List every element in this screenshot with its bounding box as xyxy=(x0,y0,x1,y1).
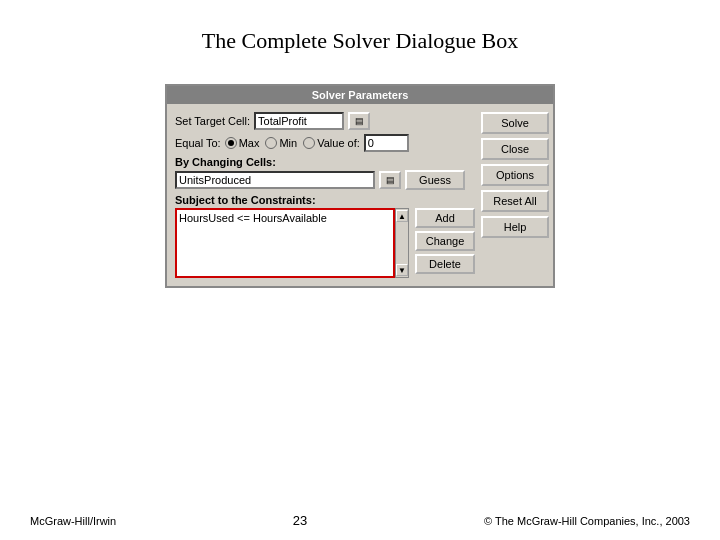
scrollbar[interactable]: ▲ ▼ xyxy=(395,208,409,278)
footer: McGraw-Hill/Irwin 23 © The McGraw-Hill C… xyxy=(0,513,720,528)
constraints-list-wrapper: HoursUsed <= HoursAvailable ▲ ▼ xyxy=(175,208,409,278)
target-cell-label: Set Target Cell: xyxy=(175,115,250,127)
dialog-titlebar: Solver Parameters xyxy=(167,86,553,104)
scroll-down-arrow[interactable]: ▼ xyxy=(396,264,408,276)
delete-button[interactable]: Delete xyxy=(415,254,475,274)
radio-min-circle xyxy=(265,137,277,149)
target-cell-input[interactable] xyxy=(254,112,344,130)
constraints-label-row: Subject to the Constraints: xyxy=(175,194,475,206)
solver-dialog: Solver Parameters Set Target Cell: ▤ Equ… xyxy=(165,84,555,288)
radio-max[interactable]: Max xyxy=(225,137,260,149)
by-changing-row: By Changing Cells: xyxy=(175,156,475,168)
scroll-up-arrow[interactable]: ▲ xyxy=(396,210,408,222)
radio-min-label: Min xyxy=(279,137,297,149)
constraints-buttons: Add Change Delete xyxy=(415,208,475,278)
reset-all-button[interactable]: Reset All xyxy=(481,190,549,212)
radio-value-circle xyxy=(303,137,315,149)
close-button[interactable]: Close xyxy=(481,138,549,160)
footer-page: 23 xyxy=(293,513,307,528)
by-changing-label: By Changing Cells: xyxy=(175,156,276,168)
dialog-content: Set Target Cell: ▤ Equal To: Max xyxy=(167,104,553,286)
target-cell-row: Set Target Cell: ▤ xyxy=(175,112,475,130)
constraints-area-row: HoursUsed <= HoursAvailable ▲ ▼ Add Chan… xyxy=(175,208,475,278)
radio-max-label: Max xyxy=(239,137,260,149)
radio-max-circle xyxy=(225,137,237,149)
solve-button[interactable]: Solve xyxy=(481,112,549,134)
radio-value[interactable]: Value of: xyxy=(303,137,360,149)
footer-brand: McGraw-Hill/Irwin xyxy=(30,515,116,527)
options-button[interactable]: Options xyxy=(481,164,549,186)
dialog-wrapper: Solver Parameters Set Target Cell: ▤ Equ… xyxy=(0,84,720,288)
value-input[interactable] xyxy=(364,134,409,152)
equal-to-label: Equal To: xyxy=(175,137,221,149)
main-layout: Set Target Cell: ▤ Equal To: Max xyxy=(175,112,545,278)
add-button[interactable]: Add xyxy=(415,208,475,228)
constraints-list: HoursUsed <= HoursAvailable xyxy=(175,208,395,278)
radio-min[interactable]: Min xyxy=(265,137,297,149)
footer-copyright: © The McGraw-Hill Companies, Inc., 2003 xyxy=(484,515,690,527)
units-collapse-btn[interactable]: ▤ xyxy=(379,171,401,189)
units-produced-input[interactable] xyxy=(175,171,375,189)
guess-button[interactable]: Guess xyxy=(405,170,465,190)
page-title: The Complete Solver Dialogue Box xyxy=(0,0,720,74)
target-cell-collapse-btn[interactable]: ▤ xyxy=(348,112,370,130)
units-row: ▤ Guess xyxy=(175,170,475,190)
left-section: Set Target Cell: ▤ Equal To: Max xyxy=(175,112,475,278)
constraint-item: HoursUsed <= HoursAvailable xyxy=(179,212,391,224)
help-button[interactable]: Help xyxy=(481,216,549,238)
radio-group: Max Min Value of: xyxy=(225,137,360,149)
constraints-label: Subject to the Constraints: xyxy=(175,194,316,206)
radio-value-label: Value of: xyxy=(317,137,360,149)
change-button[interactable]: Change xyxy=(415,231,475,251)
right-buttons: Solve Close Options Reset All Help xyxy=(481,112,549,278)
equal-to-row: Equal To: Max Min xyxy=(175,134,475,152)
